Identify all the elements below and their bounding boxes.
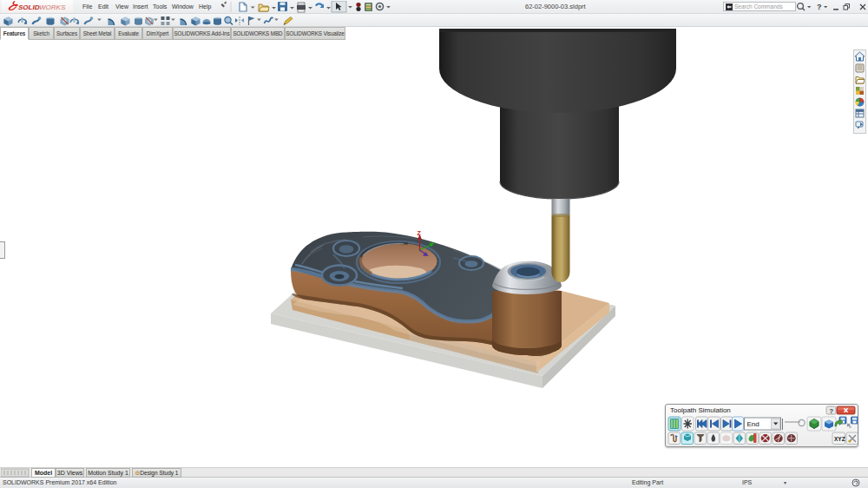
svg-text:?: ? — [817, 3, 822, 11]
svg-text:Z: Z — [418, 230, 422, 236]
svg-text:SOLID: SOLID — [18, 3, 40, 11]
svg-text:XYZ: XYZ — [834, 436, 845, 442]
svg-text:WORKS: WORKS — [39, 3, 66, 11]
svg-text:?: ? — [829, 407, 833, 415]
svg-text:End: End — [747, 420, 760, 428]
